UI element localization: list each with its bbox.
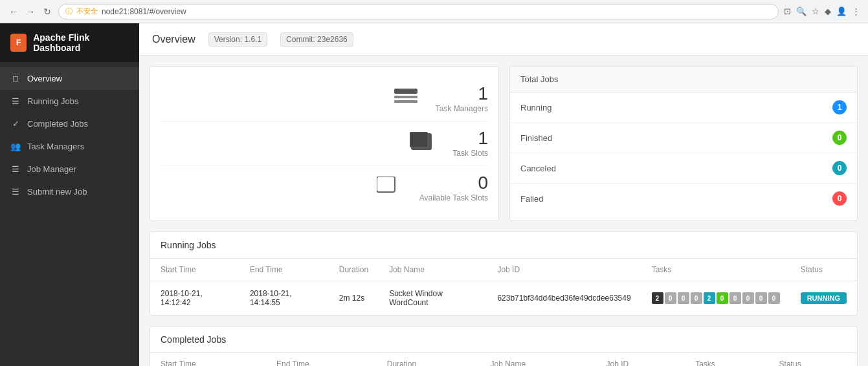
available-slots-value: 0: [419, 174, 488, 192]
col-job-name: Job Name: [379, 259, 487, 281]
cell-job-name: Socket Window WordCount: [379, 281, 487, 316]
col-tasks: Tasks: [685, 353, 768, 366]
col-status: Status: [790, 259, 857, 281]
sidebar-item-label: Job Manager: [27, 164, 76, 174]
running-jobs-title: Running Jobs: [150, 232, 857, 259]
available-slots-stat: 0 Available Task Slots: [161, 166, 488, 210]
task-managers-icon: 👥: [10, 142, 21, 151]
sidebar: F Apache Flink Dashboard □ Overview ☰ Ru…: [0, 23, 139, 366]
task-slots-label: Task Slots: [452, 149, 488, 158]
col-duration: Duration: [377, 353, 480, 366]
address-bar[interactable]: ⓘ 不安全 node21:8081/#/overview: [58, 4, 779, 19]
svg-rect-0: [394, 89, 417, 94]
svg-rect-4: [410, 132, 428, 147]
sidebar-item-task-managers[interactable]: 👥 Task Managers: [0, 135, 139, 158]
cell-duration: 2m 12s: [329, 281, 379, 316]
security-icon: ⓘ: [65, 6, 72, 16]
task-box: 0: [755, 292, 767, 304]
page-title: Overview: [152, 34, 195, 45]
task-boxes: 2 0 0 0 2 0 0 0 0 0: [652, 292, 780, 304]
sidebar-item-label: Submit new Job: [27, 187, 87, 197]
security-label: 不安全: [76, 6, 98, 16]
sidebar-item-completed-jobs[interactable]: ✓ Completed Jobs: [0, 113, 139, 135]
canceled-jobs-row: Canceled 0: [510, 153, 857, 184]
failed-badge: 0: [832, 191, 847, 206]
svg-rect-1: [394, 96, 417, 98]
col-start-time: Start Time: [150, 259, 239, 281]
finished-jobs-row: Finished 0: [510, 123, 857, 153]
col-job-name: Job Name: [480, 353, 595, 366]
running-jobs-section: Running Jobs Start Time End Time Duratio…: [150, 231, 858, 316]
task-managers-icon: [393, 87, 425, 111]
completed-jobs-title: Completed Jobs: [150, 327, 857, 353]
sidebar-item-submit-new-job[interactable]: ☰ Submit new Job: [0, 180, 139, 203]
extension-icon[interactable]: ◆: [825, 6, 831, 16]
forward-button[interactable]: →: [25, 6, 36, 17]
running-badge: 1: [832, 100, 847, 114]
menu-icon[interactable]: ⋮: [852, 6, 860, 16]
running-jobs-icon: ☰: [10, 96, 21, 106]
completed-jobs-section: Completed Jobs Start Time End Time Durat…: [150, 326, 858, 366]
col-start-time: Start Time: [150, 353, 266, 366]
col-end-time: End Time: [266, 353, 377, 366]
task-managers-stat: 1 Task Managers: [161, 77, 488, 122]
task-box: 2: [652, 292, 663, 304]
translate-icon[interactable]: ⊡: [784, 6, 791, 16]
task-slots-icon: [410, 132, 442, 156]
canceled-badge: 0: [832, 161, 847, 175]
job-manager-icon: ☰: [10, 164, 21, 174]
app-logo: F: [10, 34, 27, 52]
commit-tag: Commit: 23e2636: [280, 32, 353, 47]
version-tag: Version: 1.6.1: [208, 32, 267, 47]
overview-icon: □: [10, 74, 21, 83]
sidebar-item-running-jobs[interactable]: ☰ Running Jobs: [0, 90, 139, 113]
task-box: 0: [768, 292, 780, 304]
running-label: Running: [520, 103, 551, 113]
task-slots-value: 1: [452, 129, 488, 147]
reload-button[interactable]: ↻: [41, 6, 53, 17]
task-box: 0: [678, 292, 689, 304]
back-button[interactable]: ←: [8, 6, 19, 17]
main-content: Overview Version: 1.6.1 Commit: 23e2636: [139, 23, 868, 366]
sidebar-item-overview[interactable]: □ Overview: [0, 67, 139, 90]
task-box: 0: [729, 292, 741, 304]
cell-end-time: 2018-10-21, 14:14:55: [239, 281, 329, 316]
cell-job-id: 623b71bf34dd4bed36fe49dcdee63549: [487, 281, 641, 316]
app-container: F Apache Flink Dashboard □ Overview ☰ Ru…: [0, 23, 868, 366]
cell-tasks: 2 0 0 0 2 0 0 0 0 0: [641, 281, 790, 316]
canceled-label: Canceled: [520, 164, 556, 173]
status-badge: RUNNING: [801, 292, 847, 304]
task-box: 0: [691, 292, 702, 304]
main-header: Overview Version: 1.6.1 Commit: 23e2636: [139, 23, 868, 56]
sidebar-item-label: Task Managers: [27, 142, 84, 151]
stats-area: 1 Task Managers 1 Task Slots: [139, 56, 868, 231]
sidebar-item-label: Completed Jobs: [27, 119, 88, 129]
running-jobs-table: Start Time End Time Duration Job Name Jo…: [150, 259, 857, 315]
task-box: 0: [665, 292, 676, 304]
available-slots-label: Available Task Slots: [419, 193, 488, 202]
failed-label: Failed: [520, 194, 543, 204]
col-status: Status: [769, 353, 857, 366]
failed-jobs-row: Failed 0: [510, 184, 857, 213]
bookmark-icon[interactable]: ☆: [812, 6, 819, 16]
profile-icon[interactable]: 👤: [836, 6, 847, 16]
svg-rect-5: [377, 177, 395, 192]
table-row[interactable]: 2018-10-21, 14:12:42 2018-10-21, 14:14:5…: [150, 281, 857, 316]
sidebar-header: F Apache Flink Dashboard: [0, 23, 139, 62]
task-box: 0: [742, 292, 754, 304]
sidebar-item-job-manager[interactable]: ☰ Job Manager: [0, 158, 139, 180]
cell-status: RUNNING: [790, 281, 857, 316]
sidebar-nav: □ Overview ☰ Running Jobs ✓ Completed Jo…: [0, 62, 139, 208]
url-text: node21:8081/#/overview: [102, 7, 186, 16]
col-job-id: Job ID: [595, 353, 685, 366]
total-jobs-header: Total Jobs: [510, 67, 857, 92]
zoom-icon[interactable]: 🔍: [796, 6, 807, 16]
task-managers-label: Task Managers: [436, 104, 488, 113]
stats-card: 1 Task Managers 1 Task Slots: [150, 66, 499, 221]
sidebar-item-label: Overview: [27, 74, 62, 83]
task-box: 2: [704, 292, 715, 304]
col-duration: Duration: [329, 259, 379, 281]
col-end-time: End Time: [239, 259, 329, 281]
total-jobs-card: Total Jobs Running 1 Finished 0 Canceled…: [509, 66, 858, 221]
col-tasks: Tasks: [641, 259, 790, 281]
